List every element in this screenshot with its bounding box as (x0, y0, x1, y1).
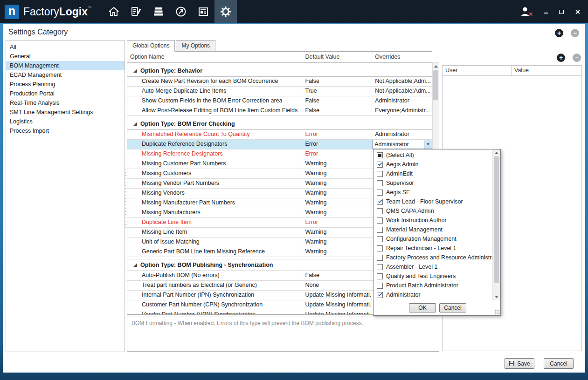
option-name-cell[interactable]: Duplicate Line Item (127, 218, 302, 228)
default-value-cell[interactable]: Error (302, 130, 372, 140)
option-name-cell[interactable]: Missing Customer Part Numbers (127, 159, 302, 169)
default-value-cell[interactable]: Warning (302, 198, 372, 208)
option-name-cell[interactable]: Create New Part Revision for each BOM Oc… (127, 77, 302, 87)
checkbox-icon[interactable] (377, 236, 383, 242)
popup-cancel-button[interactable]: Cancel (439, 303, 466, 312)
remove-override-button[interactable]: − (573, 54, 581, 62)
cancel-button[interactable]: Cancel (544, 358, 574, 369)
home-nav-button[interactable] (103, 0, 125, 23)
option-name-cell[interactable]: Missing Customers (127, 169, 302, 179)
role-option[interactable]: Assembler - Level 1 (374, 262, 492, 271)
default-value-cell[interactable]: True (302, 87, 372, 96)
default-value-cell[interactable]: Warning (302, 189, 372, 198)
option-name-cell[interactable]: Generic Part BOM Line Item Missing Refer… (127, 247, 302, 257)
role-option[interactable]: Work Instruction Author (374, 216, 492, 225)
collapse-triangle-icon[interactable] (133, 263, 137, 267)
checkbox-icon[interactable] (377, 255, 383, 261)
sidebar-item[interactable]: Production Portal (6, 89, 125, 98)
add-override-button[interactable]: + (557, 54, 565, 62)
popup-ok-button[interactable]: OK (409, 303, 436, 312)
default-value-cell[interactable]: Warning (302, 228, 372, 238)
navigator-nav-button[interactable] (170, 0, 192, 23)
role-option[interactable]: Aegis SE (374, 188, 492, 197)
default-value-cell[interactable]: Warning (302, 159, 372, 169)
role-option[interactable]: (Select All) (374, 150, 492, 160)
role-option[interactable]: QMS CAPA Admin (374, 206, 492, 216)
checkbox-icon[interactable] (377, 245, 383, 251)
option-name-cell[interactable]: Missing Line Item (127, 228, 302, 238)
option-name-cell[interactable]: Missing Reference Designators (127, 149, 302, 159)
role-option[interactable]: Team Lead - Floor Supervisor (374, 197, 492, 206)
overrides-cell[interactable]: Administrator (372, 140, 432, 149)
remove-category-button[interactable]: − (571, 29, 579, 37)
option-row[interactable]: Show Custom Fields in the BOM Error Corr… (127, 96, 432, 106)
option-row[interactable]: Duplicate Reference DesignatorsErrorAdmi… (127, 140, 432, 149)
add-category-button[interactable]: + (555, 29, 563, 37)
sidebar-item[interactable]: ECAD Management (6, 70, 125, 80)
tab-my-options[interactable]: My Options (176, 40, 215, 51)
checkbox-indeterminate-icon[interactable] (377, 152, 383, 158)
group-header[interactable]: Option Type: Behavior (127, 65, 432, 77)
checkbox-checked-icon[interactable] (377, 162, 383, 168)
role-option[interactable]: Repair Technician - Level 1 (374, 244, 492, 253)
checkbox-checked-icon[interactable] (377, 199, 383, 205)
sidebar-item[interactable]: BOM Management (6, 61, 125, 70)
role-option[interactable]: Supervisor (374, 178, 492, 188)
option-name-cell[interactable]: Missing Vendors (127, 189, 302, 198)
option-row[interactable]: Auto Merge Duplicate Line ItemsTrueNot A… (127, 87, 432, 96)
checkbox-icon[interactable] (377, 227, 383, 233)
option-name-cell[interactable]: Missing Manufacturer Part Numbers (127, 198, 302, 208)
default-value-cell[interactable]: False (302, 96, 372, 106)
materials-nav-button[interactable] (147, 0, 170, 23)
scroll-up-button[interactable] (493, 149, 500, 156)
overrides-cell[interactable]: Administrator (372, 130, 432, 140)
checkbox-icon[interactable] (377, 264, 383, 270)
option-name-cell[interactable]: Mismatched Reference Count To Quantity (127, 130, 302, 140)
column-header-overrides[interactable]: Overrides (372, 52, 432, 62)
default-value-cell[interactable]: False (302, 106, 372, 116)
logout-user-button[interactable] (520, 8, 533, 15)
column-header-value[interactable]: Value (512, 66, 581, 75)
documents-nav-button[interactable] (192, 0, 214, 23)
option-name-cell[interactable]: Treat part numbers as Electrical (or Gen… (127, 281, 302, 291)
scroll-down-button[interactable] (493, 293, 500, 300)
checkbox-icon[interactable] (377, 208, 383, 214)
scrollbar-thumb[interactable] (433, 70, 438, 100)
overrides-cell[interactable]: Administrator (372, 96, 432, 106)
sidebar-item[interactable]: Real-Time Analysis (6, 98, 125, 108)
option-row[interactable]: Mismatched Reference Count To QuantityEr… (127, 130, 432, 140)
option-name-cell[interactable]: Duplicate Reference Designators (127, 140, 302, 149)
option-name-cell[interactable]: Internal Part Number (IPN) Synchronizati… (127, 291, 302, 300)
option-name-cell[interactable]: Missing Vendor Part Numbers (127, 179, 302, 189)
checkbox-icon[interactable] (377, 190, 383, 196)
default-value-cell[interactable]: Warning (302, 238, 372, 247)
resize-grip[interactable] (494, 309, 499, 314)
sidebar-splitter-handle[interactable] (125, 169, 126, 229)
group-header[interactable]: Option Type: BOM Error Checking (127, 118, 432, 130)
checkbox-icon[interactable] (377, 171, 383, 177)
column-header-user[interactable]: User (443, 66, 512, 75)
option-name-cell[interactable]: Auto Merge Duplicate Line Items (127, 87, 302, 96)
checkbox-icon[interactable] (377, 217, 383, 224)
option-name-cell[interactable]: Unit of Issue Matching (127, 238, 302, 247)
checkbox-icon[interactable] (377, 180, 383, 186)
settings-nav-button[interactable] (214, 0, 237, 23)
default-value-cell[interactable]: Error (302, 140, 372, 149)
sidebar-item[interactable]: Logistics (6, 117, 125, 126)
role-option[interactable]: Factory Process and Resource Administrat… (374, 253, 492, 262)
role-option[interactable]: Quality and Test Engineers (374, 271, 492, 281)
default-value-cell[interactable]: Error (302, 218, 372, 228)
tab-global-options[interactable]: Global Options (127, 40, 175, 52)
scroll-up-button[interactable] (433, 63, 439, 70)
default-value-cell[interactable]: Warning (302, 169, 372, 179)
checkbox-icon[interactable] (377, 283, 383, 289)
default-value-cell[interactable]: Warning (302, 179, 372, 189)
sidebar-item[interactable]: All (6, 42, 125, 52)
close-button[interactable] (574, 8, 581, 15)
column-header-option-name[interactable]: Option Name (127, 52, 302, 62)
overrides-cell[interactable]: Not Applicable;Adm... (372, 87, 432, 96)
collapse-triangle-icon[interactable] (133, 69, 137, 73)
default-value-cell[interactable]: Update Missing Informati... (302, 291, 372, 300)
role-option[interactable]: Administrator (374, 290, 492, 299)
sidebar-item[interactable]: General (6, 52, 125, 61)
